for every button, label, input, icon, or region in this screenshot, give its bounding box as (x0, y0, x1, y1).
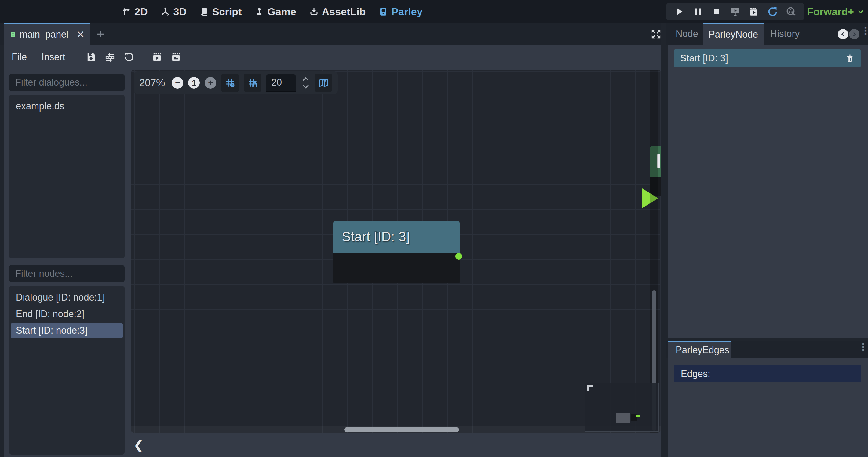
right-dock: Node ParleyNode History ⋮ Start [ID: 3] … (666, 23, 868, 457)
tab-script-label: Script (212, 6, 242, 18)
graph-toolbar: 207% − 1 + (134, 71, 338, 94)
toolbar-separator (77, 50, 77, 65)
history-back-button[interactable] (838, 29, 848, 39)
renderer-selector[interactable]: Forward+ (807, 0, 865, 23)
zoom-percent-label: 207% (139, 77, 165, 89)
output-port[interactable] (455, 253, 462, 260)
insert-menu[interactable]: Insert (34, 52, 73, 63)
edges-options-menu[interactable]: ⋮ (858, 344, 864, 350)
horizontal-scrollbar-thumb[interactable] (344, 427, 459, 432)
play-custom-scene-button[interactable] (748, 6, 759, 17)
snap-step-input[interactable] (266, 77, 296, 88)
graph-minimap[interactable] (585, 383, 659, 432)
snap-step-spinner[interactable] (302, 77, 310, 89)
filter-nodes-box (9, 265, 125, 282)
minimap-node-body (631, 414, 637, 421)
spin-down-icon (302, 84, 310, 89)
tab-parleynode[interactable]: ParleyNode (703, 23, 764, 44)
zoom-out-button[interactable]: − (172, 77, 183, 89)
renderer-label: Forward+ (807, 6, 854, 18)
godot-parley-editor-window: 2D 3D Script Game AssetLib Parley (0, 0, 868, 457)
tab-node[interactable]: Node (671, 23, 703, 44)
toggle-minimap-button[interactable] (315, 73, 332, 92)
clapper-folder-icon (170, 52, 181, 63)
dialogue-file-item[interactable]: example.ds (11, 98, 123, 114)
refresh-button[interactable] (119, 48, 138, 67)
tab-parley-label: Parley (391, 6, 423, 18)
chevron-right-icon (851, 31, 857, 37)
parleyedges-tab-strip: ParleyEdges ⋮ (666, 341, 868, 358)
tab-history[interactable]: History (767, 23, 803, 44)
snap-magnet-icon (247, 77, 258, 89)
node-list-item-selected[interactable]: Start [ID: node:3] (11, 323, 123, 338)
spin-up-icon (302, 77, 310, 82)
nodes-list: Dialogue [ID: node:1] End [ID: node:2] S… (9, 286, 125, 455)
zoom-reset-button[interactable]: 1 (188, 77, 200, 89)
play-scene-button[interactable] (730, 6, 741, 17)
filter-dialogues-input[interactable] (9, 77, 137, 88)
test-dialogue-from-start-button[interactable] (166, 48, 185, 67)
tab-3d[interactable]: 3D (160, 6, 186, 18)
play-button[interactable] (674, 6, 685, 17)
graph-node-title[interactable]: Start [ID: 3] (333, 221, 460, 253)
dialogue-sheet-icon (10, 30, 16, 39)
game-joystick-icon (254, 7, 264, 17)
parley-toolbar: File Insert (4, 44, 661, 70)
stop-button[interactable] (711, 6, 722, 17)
minimap-icon (318, 77, 329, 89)
toggle-grid-button[interactable] (221, 73, 239, 92)
test-dialogue-button[interactable] (148, 48, 166, 67)
tab-parley[interactable]: Parley (378, 6, 423, 18)
file-menu[interactable]: File (4, 52, 34, 63)
script-icon (199, 7, 209, 17)
filter-dialogues-box (9, 74, 125, 91)
movie-maker-reload-icon[interactable] (767, 6, 778, 17)
filter-nodes-input[interactable] (9, 268, 137, 279)
editor-main-menu: 2D 3D Script Game AssetLib Parley (122, 0, 423, 23)
tab-game-label: Game (267, 6, 296, 18)
graph-node-body (333, 253, 460, 283)
movie-writer-icon[interactable] (785, 6, 797, 17)
tab-main-panel[interactable]: main_panel ✕ (4, 23, 90, 44)
minimap-node-rect (616, 413, 630, 423)
selected-node-header[interactable]: Start [ID: 3] (674, 50, 861, 67)
chevron-down-icon (857, 7, 865, 16)
arrange-nodes-button[interactable] (100, 48, 119, 67)
node-list-item[interactable]: End [ID: node:2] (11, 306, 123, 322)
pause-button[interactable] (692, 6, 703, 17)
tab-assetlib[interactable]: AssetLib (309, 6, 366, 18)
tab-game[interactable]: Game (254, 6, 296, 18)
save-icon (86, 52, 96, 63)
assetlib-download-icon (309, 7, 319, 17)
trash-icon[interactable] (845, 54, 855, 63)
toggle-snap-button[interactable] (244, 73, 261, 92)
tab-parleyedges[interactable]: ParleyEdges (668, 341, 731, 358)
graph-node-start[interactable]: Start [ID: 3] (333, 221, 460, 283)
node-list-item[interactable]: Dialogue [ID: node:1] (11, 290, 123, 305)
refresh-icon (123, 52, 134, 63)
tab-main-panel-label: main_panel (20, 29, 68, 40)
graph-canvas[interactable]: 207% − 1 + Start [ID: 3] (131, 70, 661, 432)
history-forward-button[interactable] (849, 29, 860, 39)
toolbar-separator (143, 50, 143, 65)
dock-options-menu[interactable]: ⋮ (860, 28, 866, 34)
zoom-in-button[interactable]: + (205, 77, 216, 89)
parleynode-panel: Start [ID: 3] (668, 44, 868, 338)
minimap-camera-corner (587, 385, 589, 391)
chevron-left-icon (840, 31, 846, 37)
3d-icon (160, 7, 170, 17)
tab-script[interactable]: Script (199, 6, 242, 18)
add-tab-button[interactable]: + (93, 27, 107, 41)
selected-node-title: Start [ID: 3] (680, 53, 845, 64)
tab-2d[interactable]: 2D (122, 6, 148, 18)
tab-2d-label: 2D (134, 6, 148, 18)
parleyedges-panel: Edges: (668, 358, 868, 457)
close-tab-icon[interactable]: ✕ (76, 30, 85, 39)
tab-assetlib-label: AssetLib (322, 6, 366, 18)
parley-logo-icon (378, 7, 388, 17)
playback-controls (666, 3, 804, 21)
edges-row: Edges: (674, 365, 861, 383)
distraction-free-icon[interactable] (649, 28, 663, 40)
save-button[interactable] (82, 48, 100, 67)
collapse-sidebar-button[interactable]: ❮ (132, 437, 145, 453)
